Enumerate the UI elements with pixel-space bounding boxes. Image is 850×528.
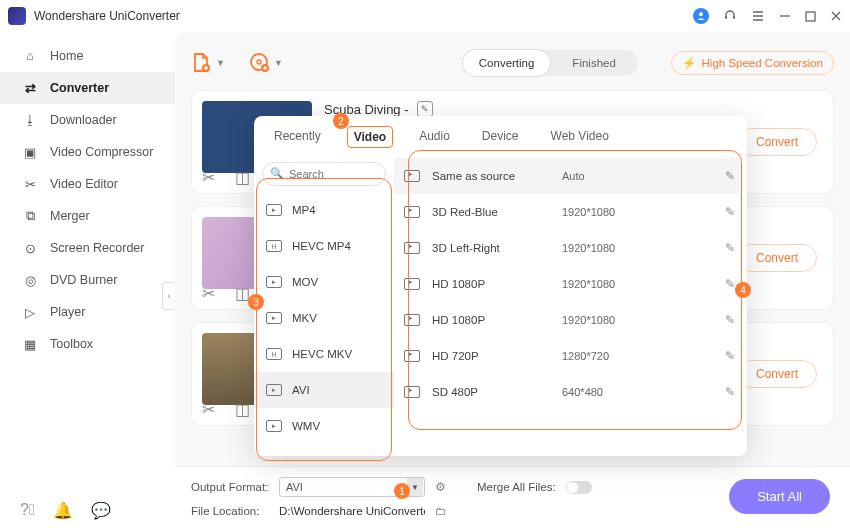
sidebar-label: DVD Burner — [50, 273, 117, 287]
trim-icon[interactable]: ✂ — [202, 400, 215, 419]
edit-icon[interactable]: ✎ — [725, 349, 739, 363]
format-item-mkv[interactable]: ▸MKV — [254, 300, 394, 336]
convert-button[interactable]: Convert — [737, 360, 817, 388]
chevron-down-icon: ▼ — [274, 58, 283, 68]
resolution-item[interactable]: 3D Red-Blue1920*1080✎ — [394, 194, 739, 230]
svg-rect-3 — [806, 12, 815, 21]
video-res-icon — [404, 314, 420, 326]
edit-icon[interactable]: ✎ — [725, 385, 739, 399]
hsc-label: High Speed Conversion — [702, 57, 823, 69]
trim-icon[interactable]: ✂ — [202, 168, 215, 187]
sidebar-label: Screen Recorder — [50, 241, 145, 255]
tab-device[interactable]: Device — [476, 126, 525, 148]
format-item-hevcmkv[interactable]: HHEVC MKV — [254, 336, 394, 372]
rename-icon[interactable]: ✎ — [417, 101, 433, 117]
video-format-icon: ▸ — [266, 420, 282, 432]
bell-icon[interactable]: 🔔 — [53, 501, 73, 520]
footer-icons: ?⃝ 🔔 💬 — [20, 501, 111, 520]
sidebar: ⌂Home ⇄Converter ⭳Downloader ▣Video Comp… — [0, 32, 175, 528]
sidebar-item-compressor[interactable]: ▣Video Compressor — [0, 136, 175, 168]
merge-label: Merge All Files: — [477, 481, 556, 493]
window-controls — [693, 8, 842, 24]
resolution-item[interactable]: HD 1080P1920*1080✎ — [394, 266, 739, 302]
sidebar-label: Converter — [50, 81, 109, 95]
chevron-down-icon: ▼ — [216, 58, 225, 68]
callout-badge-1: 1 — [394, 483, 410, 499]
crop-icon[interactable]: ◫ — [235, 400, 250, 419]
convert-button[interactable]: Convert — [737, 244, 817, 272]
video-res-icon — [404, 386, 420, 398]
resolution-item[interactable]: Same as sourceAuto✎ — [394, 158, 739, 194]
add-dvd-button[interactable]: ▼ — [249, 52, 283, 74]
user-avatar-icon[interactable] — [693, 8, 709, 24]
edit-icon[interactable]: ✎ — [725, 241, 739, 255]
folder-icon[interactable]: 🗀 — [435, 505, 447, 517]
maximize-button[interactable] — [805, 11, 816, 22]
feedback-icon[interactable]: 💬 — [91, 501, 111, 520]
format-item-mp4[interactable]: ▸MP4 — [254, 192, 394, 228]
format-item-avi[interactable]: ▸AVI — [254, 372, 394, 408]
high-speed-conversion-button[interactable]: ⚡ High Speed Conversion — [671, 51, 834, 75]
sidebar-item-editor[interactable]: ✂Video Editor — [0, 168, 175, 200]
download-icon: ⭳ — [22, 113, 38, 127]
svg-rect-1 — [725, 16, 727, 19]
video-format-icon: ▸ — [266, 312, 282, 324]
record-icon: ⊙ — [22, 241, 38, 256]
edit-icon[interactable]: ✎ — [725, 169, 739, 183]
sidebar-item-downloader[interactable]: ⭳Downloader — [0, 104, 175, 136]
close-button[interactable] — [830, 10, 842, 22]
output-format-value: AVI — [286, 481, 303, 493]
sidebar-item-player[interactable]: ▷Player — [0, 296, 175, 328]
tab-webvideo[interactable]: Web Video — [545, 126, 615, 148]
menu-icon[interactable] — [751, 9, 765, 23]
segment-converting[interactable]: Converting — [463, 50, 551, 76]
output-format-label: Output Format: — [191, 481, 269, 493]
edit-icon[interactable]: ✎ — [725, 313, 739, 327]
sidebar-label: Video Compressor — [50, 145, 153, 159]
resolution-item[interactable]: 3D Left-Right1920*1080✎ — [394, 230, 739, 266]
play-icon: ▷ — [22, 305, 38, 320]
format-item-hevcmp4[interactable]: HHEVC MP4 — [254, 228, 394, 264]
help-icon[interactable]: ?⃝ — [20, 501, 35, 520]
tab-recently[interactable]: Recently — [268, 126, 327, 148]
support-icon[interactable] — [723, 9, 737, 23]
sidebar-item-recorder[interactable]: ⊙Screen Recorder — [0, 232, 175, 264]
sidebar-item-toolbox[interactable]: ▦Toolbox — [0, 328, 175, 360]
start-all-button[interactable]: Start All — [729, 479, 830, 514]
resolution-item[interactable]: HD 1080P1920*1080✎ — [394, 302, 739, 338]
sidebar-label: Merger — [50, 209, 90, 223]
tab-video[interactable]: Video — [347, 126, 393, 148]
svg-point-0 — [699, 12, 703, 16]
edit-icon[interactable]: ✎ — [725, 205, 739, 219]
file-location-label: File Location: — [191, 505, 269, 517]
video-res-icon — [404, 206, 420, 218]
convert-button[interactable]: Convert — [737, 128, 817, 156]
file-location-input[interactable] — [279, 505, 425, 517]
format-item-wmv[interactable]: ▸WMV — [254, 408, 394, 444]
tab-audio[interactable]: Audio — [413, 126, 456, 148]
svg-rect-2 — [733, 16, 735, 19]
bolt-icon: ⚡ — [682, 56, 696, 70]
minimize-button[interactable] — [779, 10, 791, 22]
sidebar-label: Home — [50, 49, 83, 63]
segment-finished[interactable]: Finished — [550, 50, 638, 76]
merge-toggle[interactable] — [566, 481, 592, 494]
video-format-icon: H — [266, 240, 282, 252]
dvd-icon: ◎ — [22, 273, 38, 288]
format-list: 🔍 ▸MP4 HHEVC MP4 ▸MOV ▸MKV HHEVC MKV ▸AV… — [254, 154, 394, 448]
settings-icon[interactable]: ⚙ — [435, 480, 449, 494]
sidebar-item-converter[interactable]: ⇄Converter — [0, 72, 175, 104]
resolution-item[interactable]: SD 480P640*480✎ — [394, 374, 739, 410]
resolution-item[interactable]: HD 720P1280*720✎ — [394, 338, 739, 374]
sidebar-item-merger[interactable]: ⧉Merger — [0, 200, 175, 232]
video-res-icon — [404, 170, 420, 182]
callout-badge-3: 3 — [248, 294, 264, 310]
sidebar-item-home[interactable]: ⌂Home — [0, 40, 175, 72]
format-item-mov[interactable]: ▸MOV — [254, 264, 394, 300]
trim-icon[interactable]: ✂ — [202, 284, 215, 303]
add-file-button[interactable]: ▼ — [191, 52, 225, 74]
crop-icon[interactable]: ◫ — [235, 168, 250, 187]
collapse-sidebar-button[interactable]: ‹ — [162, 282, 175, 310]
video-res-icon — [404, 278, 420, 290]
sidebar-item-dvd[interactable]: ◎DVD Burner — [0, 264, 175, 296]
